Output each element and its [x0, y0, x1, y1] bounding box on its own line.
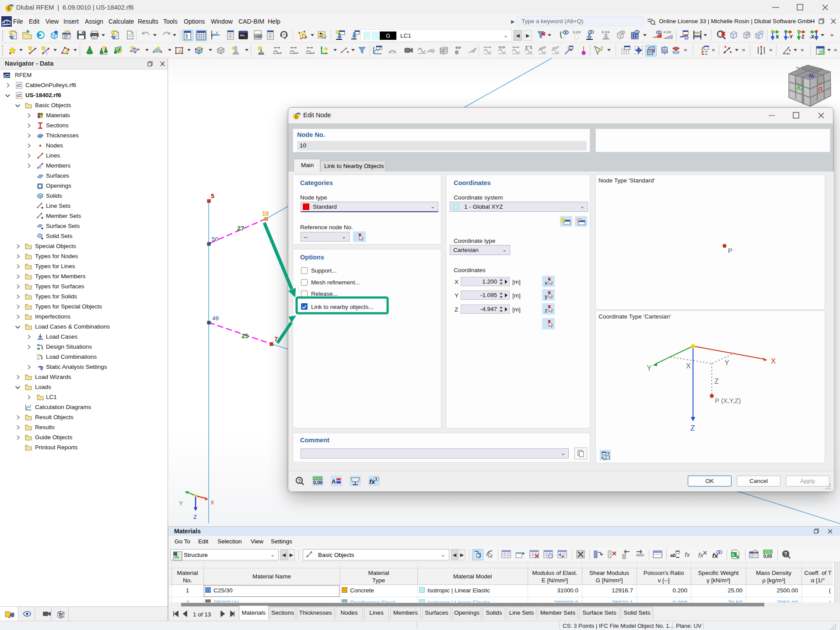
svg-text:P (X,Y,Z): P (X,Y,Z): [715, 397, 741, 404]
svg-text:6: 6: [295, 114, 298, 119]
svg-text:Z: Z: [193, 514, 197, 520]
svg-text:5: 5: [211, 192, 214, 200]
svg-text:X.XX: X.XX: [602, 30, 610, 34]
svg-text:X: X: [686, 362, 691, 370]
svg-text:Z: Z: [802, 34, 805, 39]
svg-text:0,00: 0,00: [763, 554, 772, 559]
svg-text:49: 49: [212, 315, 219, 322]
svg-text:Y: Y: [179, 500, 183, 507]
svg-text:X: X: [776, 34, 779, 39]
svg-text:>>_: >>_: [240, 33, 247, 38]
svg-text:7: 7: [274, 336, 278, 343]
svg-text:-Y: -Y: [788, 34, 793, 39]
svg-text:x: x: [545, 280, 548, 286]
svg-text:>SC: >SC: [255, 34, 262, 38]
svg-text:Y: Y: [647, 364, 651, 372]
svg-text:50: 50: [212, 236, 218, 242]
svg-text:ab: ab: [670, 553, 676, 558]
svg-text:X: X: [732, 553, 735, 557]
svg-text:X: X: [771, 357, 776, 365]
svg-text:-X: -X: [809, 34, 815, 39]
svg-text:?: ?: [298, 478, 301, 483]
svg-text:y: y: [545, 293, 548, 300]
svg-text:X.XX: X.XX: [573, 30, 581, 34]
svg-text:z: z: [545, 307, 548, 314]
svg-text:1 of 13: 1 of 13: [193, 611, 211, 618]
svg-text:10: 10: [262, 210, 269, 217]
svg-text:?: ?: [784, 551, 787, 557]
svg-text:Z: Z: [690, 424, 695, 432]
svg-text:-W: -W: [808, 72, 816, 80]
svg-text:fx: fx: [685, 551, 690, 558]
svg-text:fx: fx: [698, 551, 704, 559]
svg-text:0,00: 0,00: [313, 480, 322, 485]
svg-text:I: I: [787, 52, 788, 56]
svg-text:X: X: [210, 499, 214, 506]
svg-text:I: I: [40, 166, 41, 169]
svg-text:P: P: [728, 247, 732, 254]
svg-text:A: A: [332, 478, 336, 485]
svg-text:27: 27: [237, 225, 244, 232]
svg-text:I: I: [46, 52, 47, 56]
svg-text:25: 25: [242, 332, 248, 340]
svg-text:Y: Y: [724, 359, 729, 367]
svg-text:X.XX: X.XX: [663, 30, 672, 34]
svg-text:Z: Z: [714, 378, 719, 385]
